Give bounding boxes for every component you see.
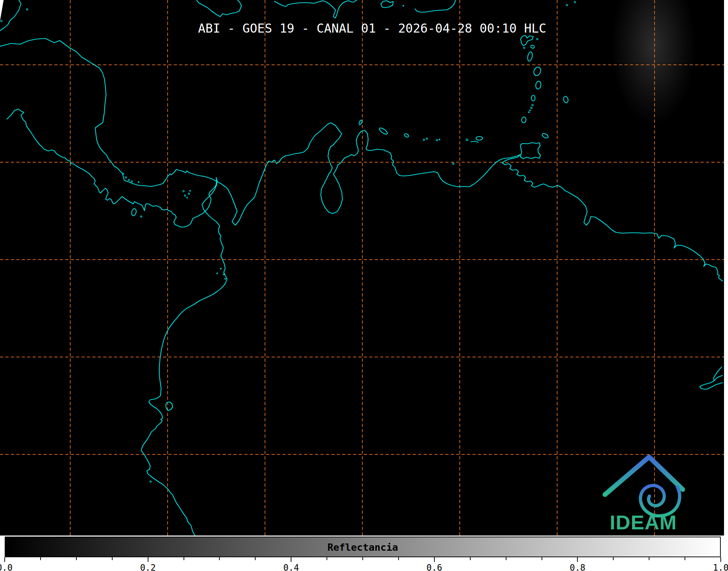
- colorbar-minor-tick: [112, 557, 113, 560]
- islet-dot: [436, 139, 438, 141]
- islet-dot: [140, 216, 142, 217]
- white-corner-sliver: [0, 0, 4, 21]
- trinidad: [520, 143, 540, 159]
- islet-dot: [217, 273, 218, 274]
- colorbar-minor-tick: [76, 557, 77, 560]
- puna-island: [166, 402, 173, 411]
- product-title: ABI - GOES 19 - CANAL 01 - 2026-04-28 00…: [198, 21, 546, 35]
- st-lucia: [535, 81, 542, 89]
- pacific-mainland-coast: [7, 109, 227, 535]
- islet-dot: [220, 268, 222, 269]
- islet-dot: [466, 139, 468, 141]
- islet-dot: [131, 181, 132, 182]
- colorbar-minor-tick: [685, 557, 685, 560]
- guadeloupe-south: [530, 45, 535, 49]
- east-river-branch: [714, 375, 723, 381]
- colorbar-minor-tick: [362, 557, 363, 560]
- colorbar-minor-tick: [327, 557, 327, 560]
- colorbar-minor-tick: [613, 557, 614, 560]
- colorbar-tick-label: 0.8: [570, 563, 585, 571]
- margarita: [476, 137, 483, 140]
- islet-dot: [125, 177, 127, 178]
- colorbar-minor-tick: [219, 557, 220, 560]
- colorbar-major-tick: [4, 557, 5, 562]
- colorbar-tick-label: 0.2: [140, 563, 156, 571]
- islet-dot: [225, 278, 226, 280]
- islet-dot: [453, 163, 454, 164]
- isla-beata: [381, 1, 393, 8]
- logo-text: IDEAM: [610, 511, 677, 534]
- colorbar-tick-label: 0.6: [426, 563, 442, 571]
- guatemala-coast-fragment: [0, 0, 21, 31]
- islet-dot: [184, 195, 186, 196]
- colorbar-minor-tick: [470, 557, 471, 560]
- colorbar-major-tick: [434, 557, 435, 562]
- barbados: [563, 96, 569, 103]
- islet-dot: [150, 481, 151, 482]
- colorbar-minor-tick: [649, 557, 649, 560]
- islet-dot: [187, 197, 188, 198]
- colorbar-tick-label: 0.4: [283, 563, 299, 571]
- colorbar-tick-label: 0.0: [0, 563, 13, 571]
- colorbar-major-tick: [720, 557, 721, 562]
- colorbar-minor-tick: [542, 557, 542, 560]
- colorbar-minor-tick: [255, 557, 256, 560]
- colorbar-major-tick: [577, 557, 578, 562]
- martinique: [533, 66, 542, 77]
- islet-dot: [532, 104, 533, 106]
- caribbean-mainland-coast: [0, 38, 723, 281]
- colorbar-minor-tick: [184, 557, 184, 560]
- aruba: [358, 119, 362, 125]
- guadeloupe: [521, 35, 533, 46]
- ideam-logo: IDEAM: [594, 449, 691, 536]
- bonaire: [404, 133, 409, 138]
- islet-dot: [26, 9, 28, 10]
- colorbar-minor-tick: [506, 557, 506, 560]
- jamaica: [197, 0, 241, 17]
- colorbar-tick-label: 1.0: [713, 563, 728, 571]
- islet-dot: [1, 20, 2, 22]
- islet-dot: [223, 274, 224, 275]
- puerto-rico-south-coast: [415, 0, 456, 12]
- islet-dot: [190, 190, 191, 192]
- east-river-channel: [700, 367, 723, 389]
- colorbar-minor-tick: [40, 557, 41, 560]
- islet-dot: [426, 138, 428, 139]
- islet-dot: [122, 173, 124, 175]
- colorbar-label: Reflectancia: [327, 541, 398, 553]
- islet-dot: [188, 193, 190, 194]
- islet-dot: [183, 190, 184, 192]
- islet-dot: [536, 38, 538, 40]
- islet-dot: [439, 139, 440, 140]
- st-vincent: [531, 95, 535, 101]
- islet-dot: [531, 107, 532, 109]
- islet-dot: [574, 1, 576, 3]
- dominica: [527, 51, 533, 62]
- colorbar-minor-tick: [398, 557, 399, 560]
- coiba: [131, 208, 137, 216]
- islet-dot: [530, 110, 531, 111]
- grenada: [521, 117, 527, 123]
- islet-dot: [529, 112, 530, 113]
- colorbar-major-tick: [291, 557, 291, 562]
- islet-dot: [423, 139, 425, 140]
- araya-peninsula: [471, 141, 479, 142]
- hispaniola-south-coast: [274, 0, 357, 18]
- curacao: [378, 127, 388, 135]
- islet-dot: [523, 47, 525, 49]
- islet-dot: [128, 179, 130, 181]
- tobago: [542, 133, 549, 139]
- islet-dot: [138, 182, 139, 183]
- islet-dot: [403, 5, 404, 7]
- colorbar-major-tick: [148, 557, 148, 562]
- goes-satellite-product-page: { "figure": {"width": 2011, "height": 15…: [0, 0, 728, 571]
- islet-dot: [566, 4, 568, 6]
